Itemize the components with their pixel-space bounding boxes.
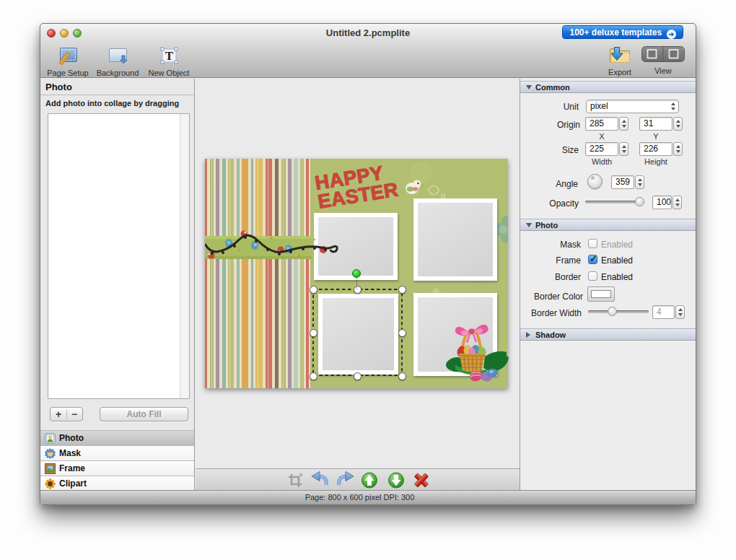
svg-text:T: T [165,49,174,63]
